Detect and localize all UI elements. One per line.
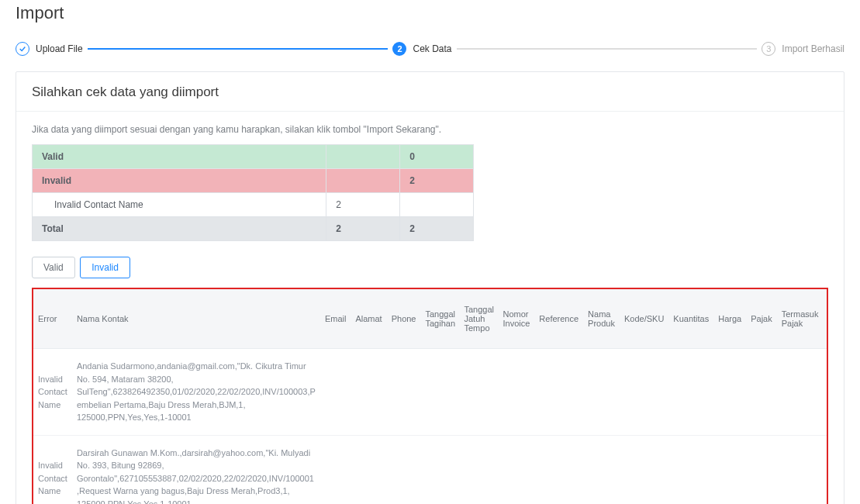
- summary-label: Invalid Contact Name: [33, 193, 326, 217]
- summary-label: Total: [33, 217, 326, 241]
- col-reference: Reference: [534, 289, 583, 349]
- col-lunas: Lunas: [823, 289, 827, 349]
- col-nama-produk: Nama Produk: [583, 289, 620, 349]
- summary-label: Invalid: [33, 169, 326, 193]
- invalid-records-table: Error Nama Kontak Email Alamat Phone Tan…: [33, 289, 827, 504]
- table-row: Invalid Contact Name Darsirah Gunawan M.…: [33, 435, 827, 504]
- col-alamat: Alamat: [351, 289, 386, 349]
- summary-row-invalid: Invalid 2: [33, 169, 474, 193]
- tab-valid[interactable]: Valid: [32, 257, 75, 278]
- col-email: Email: [320, 289, 351, 349]
- col-error: Error: [33, 289, 72, 349]
- summary-row-valid: Valid 0: [33, 145, 474, 169]
- helper-text: Jika data yang diimport sesuai dengan ya…: [32, 124, 828, 135]
- cell-error: Invalid Contact Name: [33, 435, 72, 504]
- step-upload-file: Upload File: [16, 42, 83, 56]
- col-kuantitas: Kuantitas: [668, 289, 713, 349]
- col-kode-sku: Kode/SKU: [620, 289, 668, 349]
- col-phone: Phone: [387, 289, 421, 349]
- col-termasuk-pajak: Termasuk Pajak: [777, 289, 824, 349]
- table-row: Invalid Contact Name Andania Sudarmono,a…: [33, 349, 827, 436]
- cell-nama-kontak: Darsirah Gunawan M.Kom.,darsirah@yahoo.c…: [72, 435, 320, 504]
- col-tanggal-tagihan: Tanggal Tagihan: [420, 289, 459, 349]
- step-label: Import Berhasil: [782, 43, 844, 54]
- step-connector: [88, 48, 389, 50]
- step-import-berhasil: 3 Import Berhasil: [762, 42, 844, 56]
- step-label: Cek Data: [413, 43, 451, 54]
- summary-row-sub: Invalid Contact Name 2: [33, 193, 474, 217]
- summary-value: 0: [400, 145, 474, 169]
- step-label: Upload File: [36, 43, 83, 54]
- summary-value: [326, 169, 400, 193]
- col-harga: Harga: [713, 289, 746, 349]
- step-number-icon: 3: [762, 42, 775, 56]
- summary-table: Valid 0 Invalid 2 Invalid Contact Name 2…: [32, 144, 474, 241]
- validity-tabs: Valid Invalid: [32, 257, 828, 278]
- card-title: Silahkan cek data yang diimport: [16, 72, 844, 112]
- summary-row-total: Total 2 2: [33, 217, 474, 241]
- summary-value: 2: [326, 217, 400, 241]
- col-pajak: Pajak: [746, 289, 777, 349]
- col-tanggal-jatuh-tempo: Tanggal Jatuh Tempo: [459, 289, 498, 349]
- check-data-card: Silahkan cek data yang diimport Jika dat…: [16, 71, 844, 504]
- summary-value: [400, 193, 474, 217]
- summary-value: 2: [326, 193, 400, 217]
- cell-nama-kontak: Andania Sudarmono,andania@gmail.com,"Dk.…: [72, 349, 320, 436]
- step-number-icon: 2: [392, 42, 406, 56]
- col-nomor-invoice: Nomor Invoice: [498, 289, 534, 349]
- summary-value: 2: [400, 217, 474, 241]
- invalid-records-panel: Error Nama Kontak Email Alamat Phone Tan…: [32, 288, 828, 504]
- datatable-scroll[interactable]: Error Nama Kontak Email Alamat Phone Tan…: [33, 289, 827, 504]
- tab-invalid[interactable]: Invalid: [80, 257, 130, 278]
- summary-label: Valid: [33, 145, 326, 169]
- summary-value: 2: [400, 169, 474, 193]
- step-connector: [457, 48, 758, 50]
- cell-error: Invalid Contact Name: [33, 349, 72, 436]
- step-cek-data: 2 Cek Data: [392, 42, 451, 56]
- check-icon: [16, 42, 29, 56]
- col-nama-kontak: Nama Kontak: [72, 289, 320, 349]
- stepper: Upload File 2 Cek Data 3 Import Berhasil: [16, 42, 844, 56]
- page-title: Import: [16, 3, 844, 23]
- summary-value: [326, 145, 400, 169]
